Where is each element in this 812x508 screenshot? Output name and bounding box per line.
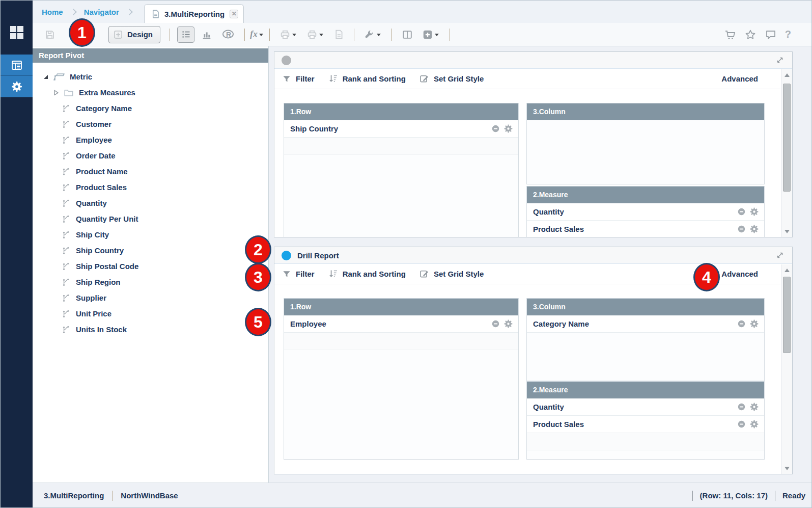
tree-field[interactable]: Quantity [33,195,268,211]
favorite-button[interactable] [744,29,757,41]
r-script-button[interactable]: R [221,29,235,41]
callout-2: 2 [245,235,271,264]
breadcrumb-navigator[interactable]: Navigator [84,8,119,16]
add-panel-button[interactable] [422,29,440,40]
formula-button[interactable]: fx [250,29,264,40]
expand-icon[interactable] [775,250,785,260]
rank-sorting-button[interactable]: Rank and Sorting [328,269,406,279]
tree-field[interactable]: Ship City [33,227,268,243]
scroll-down-icon[interactable] [781,227,793,237]
callout-3: 3 [245,263,271,291]
tab-close-icon[interactable]: ✕ [230,10,238,18]
split-view-button[interactable] [402,29,413,40]
field-row[interactable]: Quantity [527,398,764,416]
breadcrumb-home[interactable]: Home [42,8,63,16]
status-database-name: NorthWindBase [121,491,178,500]
tree-field[interactable]: Customer [33,116,268,132]
rank-sorting-button[interactable]: Rank and Sorting [328,73,406,84]
tools-button[interactable] [364,29,382,40]
filter-button[interactable]: Filter [282,269,315,279]
set-grid-style-button[interactable]: Set Grid Style [419,73,484,84]
filter-button[interactable]: Filter [282,74,315,84]
field-settings-icon[interactable] [749,319,759,329]
tree-field[interactable]: Category Name [33,100,268,116]
report1-scrollbar[interactable] [781,69,792,237]
remove-field-icon[interactable] [737,224,746,234]
caret-down-icon [435,34,439,38]
field-row[interactable]: Category Name [527,315,764,333]
rail-item-settings[interactable] [1,76,33,97]
tree-field[interactable]: Product Name [33,164,268,179]
help-button[interactable]: ? [785,29,791,40]
tree-field[interactable]: Product Sales [33,179,268,195]
page-setup-button[interactable] [333,29,344,40]
tab-multireporting[interactable]: 3.MultiReporting ✕ [144,4,244,23]
field-settings-icon[interactable] [503,124,513,133]
field-settings-icon[interactable] [503,319,513,329]
tree-field[interactable]: Units In Stock [33,322,268,337]
print-preview-button[interactable] [306,29,324,40]
expand-icon[interactable] [775,55,785,65]
tree-node-metric[interactable]: Metric [33,69,268,85]
chart-view-button[interactable] [201,29,212,40]
folder-icon [63,87,74,98]
field-settings-icon[interactable] [749,419,759,429]
set-grid-style-button[interactable]: Set Grid Style [419,269,484,279]
remove-field-icon[interactable] [737,419,746,429]
tree-field[interactable]: Unit Price [33,306,268,322]
field-settings-icon[interactable] [749,207,759,217]
remove-field-icon[interactable] [737,319,746,329]
rail-item-report[interactable] [1,55,33,76]
left-rail [1,1,33,507]
advanced-link[interactable]: Advanced [721,270,758,278]
drill-scrollbar[interactable] [781,264,792,474]
design-button[interactable]: Design [108,26,160,43]
field-row[interactable]: Quantity [527,203,764,221]
report1-row-box: 1.Row Ship Country [284,103,519,237]
tree-field[interactable]: Ship Region [33,274,268,290]
cart-button[interactable] [724,29,736,41]
field-row[interactable]: Product Sales [527,221,764,237]
scroll-up-icon[interactable] [781,264,793,275]
callout-4: 4 [693,263,720,291]
tree-field-label: Product Sales [76,183,127,192]
funnel-icon [282,269,292,279]
remove-field-icon[interactable] [491,124,500,133]
scrollbar-thumb[interactable] [783,84,791,192]
field-label: Product Sales [533,420,737,429]
report1-toolbar: Filter Rank and Sorting Set Grid Style A… [274,69,780,89]
tree-field[interactable]: Ship Postal Code [33,258,268,274]
tree-field[interactable]: Employee [33,132,268,148]
tree-expanded-icon[interactable] [44,75,48,79]
remove-field-icon[interactable] [491,319,500,329]
tree-node-extra-measures[interactable]: Extra Measures [33,85,268,100]
field-row[interactable]: Employee [284,315,518,333]
scrollbar-thumb[interactable] [783,277,791,353]
windows-start-button[interactable] [1,22,33,43]
dimension-icon [61,309,71,318]
tree-collapsed-icon[interactable] [53,90,59,96]
caret-down-icon [259,34,263,38]
field-row[interactable]: Product Sales [527,416,764,433]
advanced-link[interactable]: Advanced [721,74,758,83]
tree-field[interactable]: Ship Country [33,243,268,258]
scroll-down-icon[interactable] [781,464,793,474]
toolbar-separator [269,29,270,41]
field-settings-icon[interactable] [749,402,759,412]
status-row-cols: (Row: 11, Cols: 17) [700,491,768,500]
print-button[interactable] [279,29,297,40]
feedback-button[interactable] [765,29,777,41]
scroll-up-icon[interactable] [781,69,793,79]
tree-field[interactable]: Order Date [33,148,268,164]
remove-field-icon[interactable] [737,402,746,412]
report-pivot-header: Report Pivot [33,48,268,63]
grid-view-button[interactable] [177,26,194,43]
tree-field[interactable]: Supplier [33,290,268,306]
tree-field[interactable]: Quantity Per Unit [33,211,268,227]
save-button[interactable] [44,29,55,40]
remove-field-icon[interactable] [737,207,746,217]
field-settings-icon[interactable] [749,224,759,234]
drill-report-header: Drill Report [274,247,792,264]
breadcrumb-bar: Home Navigator 3.MultiReporting ✕ [33,1,812,23]
field-row[interactable]: Ship Country [284,120,518,138]
